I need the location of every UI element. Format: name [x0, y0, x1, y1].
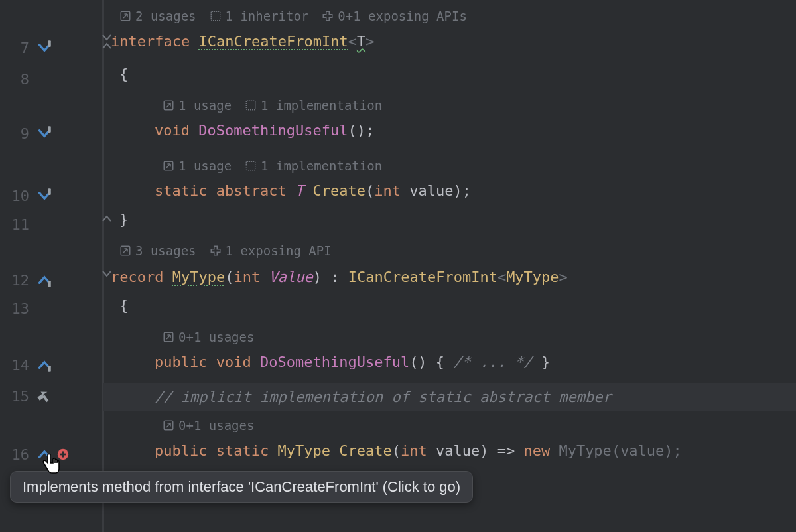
svg-rect-3 — [48, 281, 50, 287]
usages-hint[interactable]: 3 usages — [119, 243, 196, 258]
svg-rect-13 — [246, 101, 255, 110]
code-line[interactable]: // implicit implementation of static abs… — [103, 383, 796, 411]
code-line[interactable]: public void DoSomethingUseful() { /* ...… — [103, 354, 796, 370]
tooltip-text: Implements method from interface 'ICanCr… — [23, 478, 460, 495]
line-number: 11 — [0, 216, 32, 233]
usages-hint[interactable]: 0+1 usages — [163, 418, 254, 432]
overrides-up-icon[interactable] — [36, 271, 53, 289]
implementation-hint[interactable]: 1 implementation — [245, 98, 382, 113]
code-line[interactable]: static abstract T Create(int value); — [103, 182, 796, 199]
code-line[interactable]: { — [103, 66, 796, 82]
gutter-row: 13 — [0, 295, 102, 322]
gutter-row: 9 — [0, 120, 102, 147]
gutter-row: 8 — [0, 66, 102, 92]
svg-rect-5 — [42, 395, 48, 402]
gutter-row: 11 — [0, 211, 102, 237]
gutter: 7 8 9 10 — [0, 0, 103, 532]
gutter-row: 12 — [0, 267, 102, 293]
usages-hint[interactable]: 1 usage — [163, 98, 232, 113]
usages-hint[interactable]: 1 usage — [163, 159, 232, 173]
line-number: 8 — [0, 71, 32, 88]
gutter-row: 10 — [0, 182, 102, 209]
code-vision-row: 3 usages 1 exposing API — [103, 243, 796, 258]
overrides-up-icon[interactable] — [36, 446, 53, 463]
line-number: 14 — [0, 357, 32, 373]
svg-rect-2 — [48, 188, 50, 195]
gutter-row: 14 — [0, 352, 102, 378]
code-line[interactable]: public static MyType Create(int value) =… — [103, 442, 796, 459]
code-area[interactable]: 2 usages 1 inheritor 0+1 exposing APIs i… — [103, 0, 796, 532]
svg-rect-1 — [48, 126, 50, 133]
line-number: 10 — [0, 188, 32, 204]
code-vision-row: 1 usage 1 implementation — [103, 159, 796, 173]
code-vision-row: 0+1 usages — [103, 418, 796, 432]
line-number: 7 — [0, 40, 32, 56]
code-vision-row: 1 usage 1 implementation — [103, 98, 796, 113]
code-editor: 7 8 9 10 — [0, 0, 796, 532]
code-line[interactable]: interface ICanCreateFromInt<T> — [103, 33, 796, 50]
line-number: 9 — [0, 125, 32, 142]
svg-rect-6 — [48, 455, 50, 462]
breakpoint-icon[interactable] — [56, 447, 70, 462]
svg-rect-11 — [211, 11, 220, 21]
overridden-down-icon[interactable] — [36, 39, 53, 56]
overridden-down-icon[interactable] — [36, 125, 53, 142]
code-line[interactable]: record MyType(int Value) : ICanCreateFro… — [103, 269, 796, 285]
svg-rect-0 — [48, 40, 50, 47]
usages-hint[interactable]: 2 usages — [119, 9, 196, 23]
code-vision-row: 2 usages 1 inheritor 0+1 exposing APIs — [103, 9, 796, 23]
implementation-hint[interactable]: 1 implementation — [245, 159, 382, 173]
line-number: 15 — [0, 388, 32, 405]
line-number: 12 — [0, 272, 32, 289]
overridden-down-icon[interactable] — [36, 187, 53, 204]
code-line[interactable]: void DoSomethingUseful(); — [103, 122, 796, 139]
gutter-row: 15 — [0, 381, 102, 411]
svg-rect-9 — [62, 451, 64, 457]
usages-hint[interactable]: 0+1 usages — [163, 330, 254, 344]
overrides-up-icon[interactable] — [36, 356, 53, 373]
implements-tooltip[interactable]: Implements method from interface 'ICanCr… — [10, 471, 473, 503]
gutter-row: 16 — [0, 441, 102, 468]
hammer-icon[interactable] — [36, 388, 52, 404]
code-line[interactable]: { — [103, 297, 796, 314]
svg-rect-15 — [246, 161, 255, 170]
line-number: 16 — [0, 446, 32, 463]
inheritor-hint[interactable]: 1 inheritor — [210, 9, 309, 23]
code-line[interactable]: } — [103, 211, 796, 228]
line-number: 13 — [0, 300, 32, 317]
svg-rect-4 — [48, 366, 50, 372]
gutter-row: 7 — [0, 30, 102, 66]
code-vision-row: 0+1 usages — [103, 330, 796, 344]
api-hint[interactable]: 0+1 exposing APIs — [322, 9, 466, 23]
api-hint[interactable]: 1 exposing API — [210, 243, 332, 258]
